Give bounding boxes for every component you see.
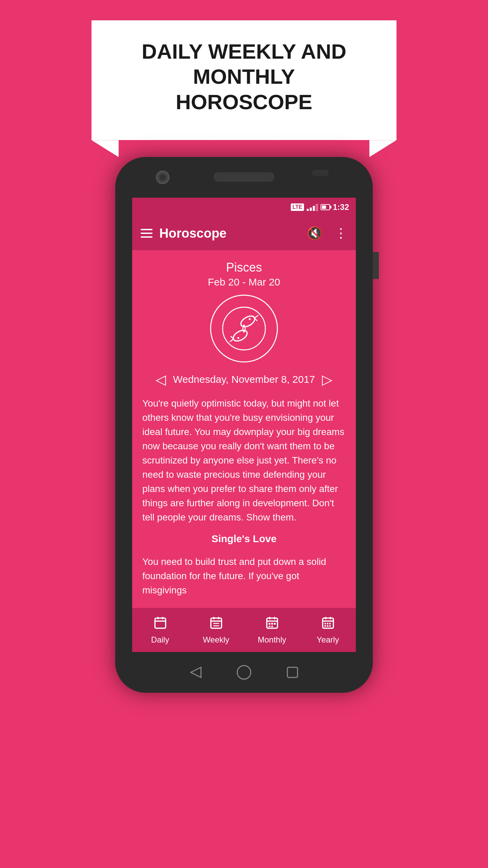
svg-rect-32 — [327, 625, 328, 627]
clock-time: 1:32 — [333, 202, 349, 212]
status-bar: LTE 1:32 — [132, 198, 356, 216]
svg-rect-36 — [287, 667, 298, 677]
yearly-label: Yearly — [317, 635, 339, 645]
date-navigation: ◁ Wednesday, November 8, 2017 ▷ — [141, 373, 347, 386]
current-date: Wednesday, November 8, 2017 — [173, 374, 315, 385]
nav-yearly[interactable]: Yearly — [300, 616, 356, 645]
previous-date-button[interactable]: ◁ — [156, 373, 166, 386]
phone-bottom-bezel — [115, 652, 373, 693]
status-icons: LTE 1:32 — [291, 202, 349, 212]
phone-device: LTE 1:32 Horoscope 🔇 — [115, 157, 373, 693]
app-title: Horoscope — [159, 226, 300, 241]
calendar-weekly-svg — [209, 616, 223, 630]
weekly-icon — [209, 616, 223, 633]
svg-rect-21 — [274, 623, 276, 625]
signal-bar-2 — [310, 208, 312, 211]
signal-strength — [307, 203, 318, 211]
face-sensor — [312, 170, 329, 176]
back-button[interactable] — [189, 666, 203, 679]
sign-name: Pisces — [226, 260, 262, 275]
volume-button[interactable] — [373, 252, 379, 279]
daily-icon — [153, 616, 167, 633]
svg-rect-5 — [155, 618, 166, 628]
singles-love-title: Single's Love — [211, 533, 277, 545]
svg-rect-22 — [268, 626, 270, 627]
camera-lens — [159, 174, 166, 181]
svg-rect-30 — [329, 623, 330, 624]
front-camera — [156, 171, 169, 184]
svg-rect-20 — [271, 623, 273, 625]
pisces-svg — [220, 305, 268, 352]
monthly-icon — [265, 616, 279, 633]
app-toolbar: Horoscope 🔇 ⋮ — [132, 216, 356, 250]
calendar-daily-svg — [153, 616, 167, 630]
menu-line-3 — [141, 236, 152, 238]
menu-line-2 — [141, 233, 152, 234]
signal-bar-4 — [316, 204, 318, 211]
lte-indicator: LTE — [291, 203, 304, 211]
svg-point-0 — [223, 307, 265, 350]
phone-top-bezel — [115, 157, 373, 198]
svg-rect-31 — [324, 625, 326, 627]
phone-screen: LTE 1:32 Horoscope 🔇 — [132, 198, 356, 652]
svg-marker-34 — [191, 667, 201, 677]
earpiece-speaker — [214, 172, 274, 182]
battery-indicator — [321, 204, 330, 210]
svg-point-3 — [249, 318, 251, 320]
svg-rect-33 — [329, 625, 330, 627]
svg-point-35 — [237, 666, 251, 679]
nav-daily[interactable]: Daily — [132, 616, 188, 645]
menu-line-1 — [141, 229, 152, 230]
more-options-icon[interactable]: ⋮ — [334, 226, 347, 241]
mute-icon[interactable]: 🔇 — [307, 226, 323, 241]
sign-dates: Feb 20 - Mar 20 — [208, 276, 280, 288]
menu-button[interactable] — [141, 229, 152, 238]
signal-bar-1 — [307, 209, 309, 211]
calendar-monthly-svg — [265, 616, 279, 630]
weekly-label: Weekly — [203, 635, 229, 645]
home-button[interactable] — [237, 665, 252, 680]
calendar-yearly-svg — [321, 616, 335, 630]
banner-title: DAILY WEEKLY AND MONTHLY HOROSCOPE — [122, 39, 366, 115]
next-date-button[interactable]: ▷ — [322, 373, 332, 386]
svg-rect-23 — [271, 626, 273, 627]
banner-container: DAILY WEEKLY AND MONTHLY HOROSCOPE — [92, 20, 396, 140]
sign-symbol-circle — [210, 295, 278, 362]
monthly-label: Monthly — [258, 635, 286, 645]
main-content: Pisces Feb 20 - Mar 20 — [132, 250, 356, 608]
svg-point-1 — [239, 314, 257, 329]
svg-point-2 — [231, 328, 249, 343]
bottom-navigation: Daily Weekly — [132, 608, 356, 652]
nav-monthly[interactable]: Monthly — [244, 616, 300, 645]
nav-weekly[interactable]: Weekly — [188, 616, 244, 645]
svg-point-4 — [237, 337, 239, 339]
horoscope-description: You're quietly optimistic today, but mig… — [141, 396, 347, 525]
recents-button[interactable] — [286, 666, 299, 679]
daily-label: Daily — [151, 635, 169, 645]
svg-rect-28 — [324, 623, 326, 624]
signal-bar-3 — [313, 206, 315, 211]
svg-rect-29 — [327, 623, 328, 624]
battery-fill — [322, 205, 326, 209]
singles-love-text: You need to build trust and put down a s… — [141, 555, 347, 597]
svg-rect-19 — [268, 623, 270, 625]
yearly-icon — [321, 616, 335, 633]
